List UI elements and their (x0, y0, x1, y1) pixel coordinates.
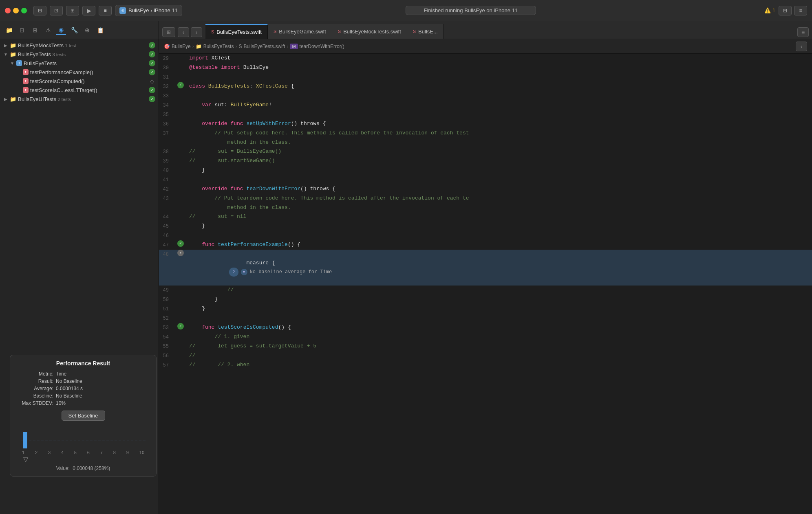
warning-badge[interactable]: ⚠️ 1 (764, 7, 775, 13)
line-number: 48 (159, 250, 175, 259)
warning-icon: ⚠️ (764, 7, 771, 13)
line-content: // 1. given (186, 332, 812, 341)
breadcrumb-collapse-btn[interactable]: ‹ (796, 42, 807, 51)
test-status-badge: ✓ (149, 69, 155, 75)
sidebar-toggle-button[interactable]: ⊟ (33, 6, 46, 15)
tree-item-score[interactable]: ▶ t testScoreIsComputed() ◇ (0, 77, 159, 86)
performance-result-panel: Performance Result Metric: Time Result: … (10, 355, 157, 477)
chart-avg-line (21, 441, 146, 441)
line-number: 29 (159, 54, 175, 63)
hide-navigator-button[interactable]: ⊡ (50, 6, 63, 15)
method-badge: M (290, 44, 298, 49)
tree-item-perf[interactable]: ▶ t testPerformanceExample() ✓ (0, 68, 159, 77)
status-bar-center: Finished running BullsEye on iPhone 11 (185, 6, 756, 15)
line-content: // let guess = sut.targetValue + 5 (186, 342, 812, 351)
line-number: 35 (159, 110, 175, 119)
nav-grid-button[interactable]: ⊞ (162, 27, 175, 37)
swift-file-icon: S (274, 29, 276, 34)
line-content: override func tearDownWithError() throws… (186, 185, 812, 193)
folder-icon-btn[interactable]: 📁 (4, 25, 14, 35)
tree-item-score-lt[interactable]: ▶ t testScoreIsC...essLTTarget() ✓ (0, 86, 159, 94)
nav-back-button[interactable]: ‹ (178, 27, 189, 37)
code-line-37b: method in the class. (159, 138, 812, 147)
breadcrumb-label: BullsEye (172, 44, 191, 49)
tree-item-bulls-eye-tests[interactable]: ▼ 📁 BullsEyeTests 3 tests ✓ (0, 50, 159, 59)
line-gutter: ● (175, 250, 186, 256)
run-button[interactable]: ▶ (82, 6, 95, 15)
breadcrumb-app[interactable]: 🎯 BullsEye (164, 44, 191, 49)
test-pass-indicator[interactable]: ✓ (177, 323, 184, 329)
chart-label-10: 10 (139, 450, 144, 455)
test-pass-indicator[interactable]: ✓ (177, 82, 184, 88)
breadcrumb-separator: › (192, 44, 194, 49)
circle-indicator[interactable]: ● (177, 250, 184, 256)
minimize-button[interactable] (13, 8, 19, 13)
chart-arrow-down: ▽ (23, 455, 28, 463)
swift-file-icon: S (338, 29, 341, 34)
tab-bulls-eye-game[interactable]: S BullsEyeGame.swift (268, 24, 332, 39)
line-number: 51 (159, 304, 175, 314)
metric-value: Time (53, 371, 150, 377)
line-number (159, 203, 175, 204)
breadcrumb-method[interactable]: M tearDownWithError() (290, 44, 344, 49)
perf-title: Performance Result (17, 360, 150, 367)
zoom-button[interactable] (21, 8, 27, 13)
test-status-badge: ✓ (149, 96, 155, 102)
app-icon: 🎯 (164, 44, 170, 49)
tab-bulls-eye-tests[interactable]: S BullsEyeTests.swift (205, 24, 268, 39)
line-content: import XCTest (186, 54, 812, 63)
layout-button[interactable]: ⊞ (66, 6, 79, 15)
scheme-icon: ◎ (119, 7, 126, 14)
source-control-icon-btn[interactable]: ⊡ (17, 25, 27, 35)
test-status-badge: ✓ (149, 42, 155, 48)
nav-forward-button[interactable]: › (191, 27, 202, 37)
average-row: Average: 0.0000134 s (17, 385, 150, 392)
tree-item-mock-tests[interactable]: ▶ 📁 BullsEyeMockTests 1 test ✓ (0, 41, 159, 50)
chart-label-9: 9 (126, 450, 129, 455)
line-gutter: ✓ (175, 240, 186, 247)
report-icon-btn[interactable]: 📋 (95, 25, 105, 35)
breadcrumb-label: BullsEyeTests.swift (243, 44, 285, 49)
close-button[interactable] (5, 8, 11, 13)
line-number: 40 (159, 166, 175, 175)
line-number: 43 (159, 194, 175, 203)
set-baseline-button[interactable]: Set Baseline (62, 411, 105, 421)
code-editor[interactable]: 29 import XCTest 30 @testable import Bul… (159, 54, 812, 514)
result-value: No Baseline (53, 378, 150, 384)
line-number: 30 (159, 63, 175, 72)
code-line-38: 38 // sut = BullsEyeGame() (159, 147, 812, 156)
test-icon-btn[interactable]: ◉ (56, 25, 66, 35)
line-number: 38 (159, 147, 175, 156)
line-content: } (186, 166, 812, 175)
stop-button[interactable]: ■ (99, 6, 112, 15)
line-content: @testable import BullsEye (186, 63, 812, 72)
annotation-info-icon[interactable]: ● (241, 269, 247, 275)
line-gutter: ✓ (175, 323, 186, 329)
symbol-icon-btn[interactable]: ⊞ (30, 25, 40, 35)
line-number: 55 (159, 342, 175, 351)
debug-icon-btn[interactable]: 🔧 (69, 25, 79, 35)
folder-icon: 📁 (10, 42, 16, 48)
line-number: 34 (159, 101, 175, 110)
breadcrumb-file[interactable]: S BullsEyeTests.swift (238, 44, 285, 49)
left-panel: 📁 ⊡ ⊞ ⚠ ◉ 🔧 ⊕ 📋 ▶ 📁 BullsEyeMockTests 1 … (0, 21, 159, 514)
scheme-selector[interactable]: ◎ BullsEye › iPhone 11 (115, 5, 182, 16)
inspector-toggle[interactable]: ⊟ (779, 6, 792, 15)
breadcrumb-folder[interactable]: 📁 BullsEyeTests (196, 44, 234, 49)
tab-bulls-eye-mock-tests[interactable]: S BullsEyeMockTests.swift (332, 24, 407, 39)
tab-bulls-eye-overflow[interactable]: S BullsE... (407, 24, 444, 39)
warning-icon-btn[interactable]: ⚠ (43, 25, 53, 35)
test-pass-indicator[interactable]: ✓ (177, 240, 184, 247)
line-content: // sut = nil (186, 212, 812, 221)
line-number: 54 (159, 332, 175, 342)
tree-item-class[interactable]: ▼ T BullsEyeTests ✓ (0, 59, 159, 68)
value-text: 0.000048 (258%) (73, 466, 110, 471)
breakpoint-icon-btn[interactable]: ⊕ (82, 25, 92, 35)
tree-item-ui-tests[interactable]: ▶ 📁 BullsEyeUITests 2 tests ✓ (0, 94, 159, 103)
panel-layout-btn[interactable]: ≡ (794, 6, 807, 15)
code-line-49: 49 // (159, 286, 812, 295)
panel-split-btn[interactable]: ≡ (797, 27, 809, 37)
folder-icon: 📁 (10, 51, 16, 57)
chevron-down-icon: ▼ (3, 52, 8, 57)
left-toolbar: 📁 ⊡ ⊞ ⚠ ◉ 🔧 ⊕ 📋 (0, 21, 159, 39)
